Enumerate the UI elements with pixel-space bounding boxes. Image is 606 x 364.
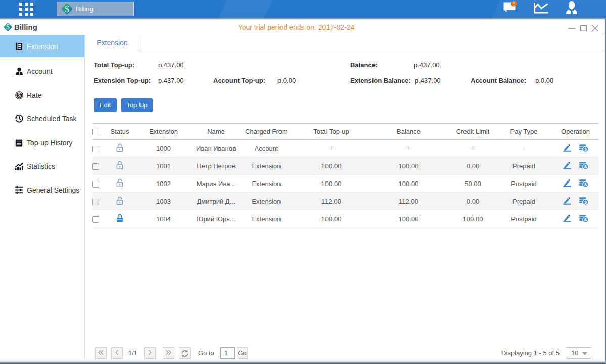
svg-text:$: $: [584, 164, 587, 169]
svg-text:$: $: [584, 217, 587, 222]
svg-text:$: $: [584, 146, 587, 151]
svg-text:$: $: [65, 4, 69, 14]
svg-text:$: $: [17, 92, 20, 98]
svg-text:$: $: [584, 181, 587, 187]
svg-text:$: $: [584, 199, 587, 204]
